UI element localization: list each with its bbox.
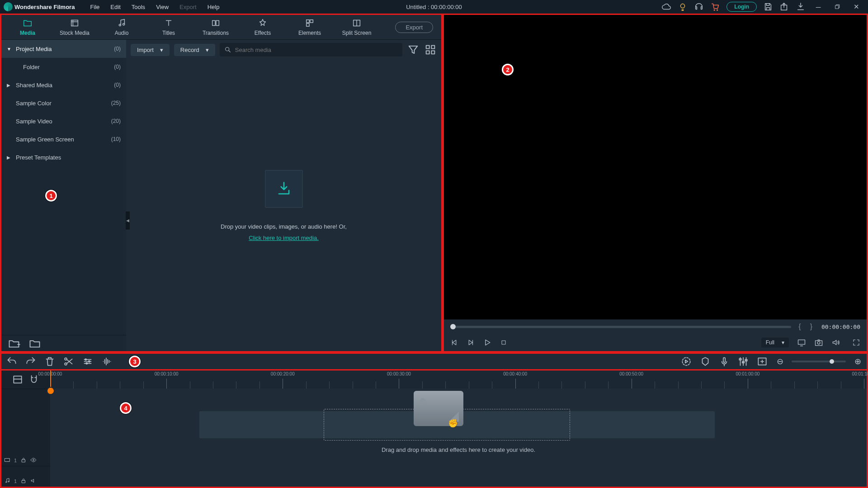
svg-point-20 [817, 342, 820, 344]
preview-quality-dropdown[interactable]: Full▾ [761, 338, 789, 347]
chevron-down-icon: ▾ [206, 47, 209, 53]
region-marker-2: 2 [502, 64, 514, 75]
audio-track-header[interactable]: 1 [1, 466, 50, 487]
tab-split-screen[interactable]: Split Screen [334, 18, 379, 36]
svg-rect-14 [431, 46, 434, 49]
svg-point-2 [717, 9, 718, 10]
search-media-input[interactable] [220, 43, 402, 56]
sidebar-item-preset-templates[interactable]: ▶Preset Templates [1, 148, 126, 166]
step-forward-button[interactable] [467, 338, 475, 347]
timeline-tracks[interactable]: ✊ Drag and drop media and effects here t… [50, 389, 867, 487]
zoom-slider[interactable] [792, 361, 846, 362]
step-back-button[interactable] [450, 338, 458, 347]
lock-icon[interactable] [20, 478, 27, 484]
cloud-icon[interactable] [661, 2, 671, 12]
menu-tools[interactable]: Tools [127, 2, 150, 12]
import-tile[interactable] [265, 170, 303, 208]
import-dropdown[interactable]: Import▾ [131, 44, 170, 56]
redo-button[interactable] [25, 356, 37, 367]
lock-icon[interactable] [20, 457, 27, 463]
mixer-icon[interactable] [737, 356, 749, 367]
update-icon[interactable] [796, 2, 806, 12]
filter-icon[interactable] [407, 43, 420, 56]
import-media-link[interactable]: Click here to import media. [249, 235, 319, 241]
project-title: Untitled : 00:00:00:00 [406, 4, 462, 10]
play-button[interactable] [483, 338, 492, 347]
sidebar-item-project-media[interactable]: ▼Project Media(0) [1, 40, 126, 58]
tab-stock-media[interactable]: Stock Media [52, 18, 97, 36]
speaker-icon[interactable] [30, 478, 37, 484]
export-button[interactable]: Export [395, 22, 433, 33]
sidebar-item-sample-green-screen[interactable]: Sample Green Screen(10) [1, 130, 126, 148]
sidebar-item-sample-color[interactable]: Sample Color(25) [1, 94, 126, 112]
login-button[interactable]: Login [726, 2, 757, 12]
audio-track-icon [4, 478, 10, 484]
mark-in-button[interactable]: { [797, 323, 802, 331]
preview-canvas[interactable] [444, 15, 867, 319]
media-browser: ◀ Import▾ Record▾ Drop your video clip [126, 40, 441, 351]
svg-rect-10 [307, 23, 309, 26]
tab-effects[interactable]: Effects [240, 18, 285, 36]
crop-button[interactable] [82, 356, 94, 367]
save-icon[interactable] [763, 2, 773, 12]
seek-thumb[interactable] [450, 324, 456, 329]
svg-point-26 [682, 357, 690, 365]
voiceover-icon[interactable] [718, 356, 730, 367]
display-settings-icon[interactable] [797, 338, 806, 347]
record-dropdown[interactable]: Record▾ [174, 44, 215, 56]
time-ruler[interactable]: 00:00:00:0000:00:10:0000:00:20:0000:00:3… [50, 371, 867, 389]
new-folder-icon[interactable] [8, 337, 20, 350]
mark-out-button[interactable]: } [808, 323, 814, 331]
svg-point-37 [8, 481, 9, 482]
minimize-button[interactable]: ─ [812, 0, 825, 13]
grid-view-icon[interactable] [424, 43, 437, 56]
zoom-thumb[interactable] [830, 359, 834, 364]
caret-right-icon: ▶ [7, 155, 13, 160]
close-button[interactable]: ✕ [850, 0, 863, 13]
marker-icon[interactable] [699, 356, 711, 367]
menu-help[interactable]: Help [203, 2, 224, 12]
svg-rect-33 [5, 459, 10, 462]
zoom-in-button[interactable]: ⊕ [853, 357, 862, 366]
svg-point-36 [6, 482, 7, 483]
media-drop-zone[interactable]: Drop your video clips, images, or audio … [126, 60, 441, 351]
tips-icon[interactable] [678, 2, 688, 12]
render-preview-icon[interactable] [680, 356, 692, 367]
add-track-icon[interactable] [756, 356, 768, 367]
snapshot-icon[interactable] [814, 338, 823, 347]
tab-elements[interactable]: Elements [287, 18, 332, 36]
eye-icon[interactable] [30, 457, 37, 463]
collapse-sidebar-handle[interactable]: ◀ [126, 211, 130, 230]
audio-edit-button[interactable] [101, 356, 113, 367]
open-folder-icon[interactable] [28, 337, 41, 350]
timeline-panel: 4 00:00:00:0000:00:10:0000:00:20:0000:00… [0, 371, 868, 488]
delete-button[interactable] [44, 356, 56, 367]
undo-button[interactable] [6, 356, 18, 367]
sidebar-item-folder[interactable]: Folder(0) [1, 58, 126, 76]
split-button[interactable] [63, 356, 75, 367]
sidebar-item-shared-media[interactable]: ▶Shared Media(0) [1, 76, 126, 94]
media-sidebar: ▼Project Media(0) Folder(0) ▶Shared Medi… [1, 40, 126, 351]
zoom-out-button[interactable]: ⊖ [775, 357, 784, 366]
menu-view[interactable]: View [151, 2, 173, 12]
maximize-button[interactable] [831, 0, 844, 13]
tab-transitions[interactable]: Transitions [193, 18, 238, 36]
sidebar-item-sample-video[interactable]: Sample Video(20) [1, 112, 126, 130]
search-field[interactable] [235, 47, 398, 53]
video-track-header[interactable]: 1 [1, 389, 50, 466]
seek-bar[interactable] [450, 326, 791, 328]
volume-icon[interactable] [831, 338, 840, 347]
support-icon[interactable] [694, 2, 704, 12]
tab-audio[interactable]: Audio [99, 18, 144, 36]
playhead[interactable] [50, 371, 51, 389]
tab-titles[interactable]: Titles [146, 18, 191, 36]
tab-media[interactable]: Media [5, 18, 50, 36]
fullscreen-icon[interactable] [852, 338, 860, 347]
cart-icon[interactable] [710, 2, 720, 12]
timeline-settings-icon[interactable] [12, 374, 24, 385]
menu-file[interactable]: File [85, 2, 104, 12]
menu-edit[interactable]: Edit [106, 2, 125, 12]
stop-button[interactable] [500, 339, 507, 346]
menu-export: Export [175, 2, 201, 12]
share-icon[interactable] [779, 2, 789, 12]
